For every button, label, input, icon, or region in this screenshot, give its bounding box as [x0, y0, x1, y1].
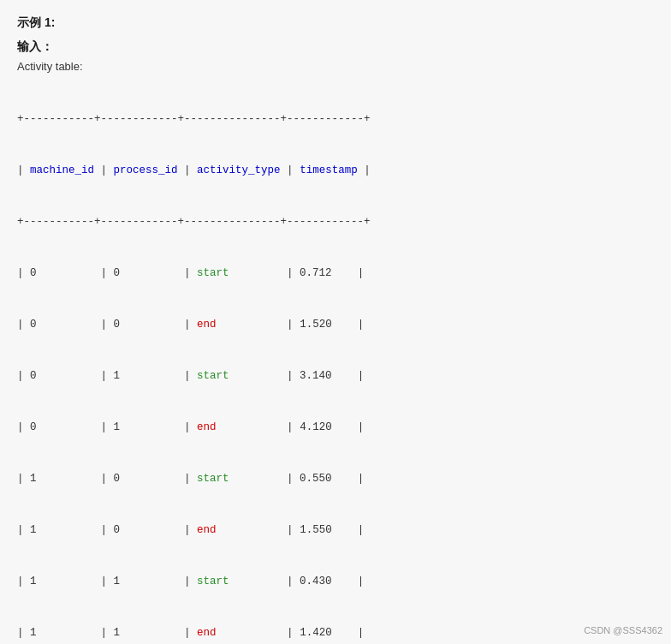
watermark: CSDN @SSS4362: [584, 625, 662, 635]
main-container: 示例 1: 输入： Activity table: +-----------+-…: [0, 0, 671, 644]
input-label: 输入：: [17, 39, 654, 55]
example-title: 示例 1:: [17, 15, 654, 31]
table-label: Activity table:: [17, 60, 654, 73]
input-table: +-----------+------------+--------------…: [17, 76, 654, 644]
